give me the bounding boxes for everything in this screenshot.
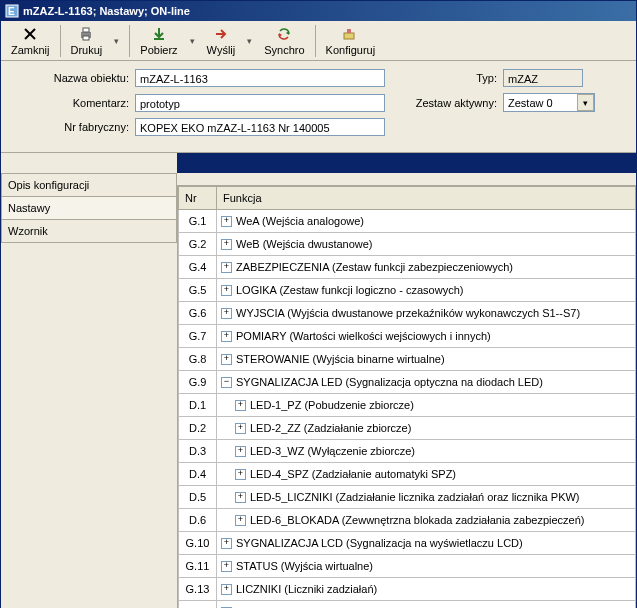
row-nr: D.5 <box>179 486 217 509</box>
table-row[interactable]: G.10+SYGNALIZACJA LCD (Sygnalizacja na w… <box>179 532 636 555</box>
send-button[interactable]: Wyślij <box>201 23 242 58</box>
expand-icon[interactable]: + <box>221 354 232 365</box>
sync-button[interactable]: Synchro <box>258 23 310 58</box>
table-row[interactable]: G.8+STEROWANIE (Wyjścia binarne wirtualn… <box>179 348 636 371</box>
svg-rect-11 <box>347 29 351 33</box>
download-icon <box>151 25 167 43</box>
expand-icon[interactable]: + <box>221 285 232 296</box>
row-fn: +LED-5_LICZNIKI (Zadziałanie licznika za… <box>217 486 636 509</box>
expand-icon[interactable]: + <box>221 239 232 250</box>
send-icon <box>213 25 229 43</box>
table-row[interactable]: D.4+LED-4_SPZ (Zadziałanie automatyki SP… <box>179 463 636 486</box>
col-header-fn[interactable]: Funkcja <box>217 187 636 210</box>
expand-icon[interactable]: + <box>235 400 246 411</box>
tab-settings[interactable]: Nastawy <box>1 197 177 220</box>
row-label: SYGNALIZACJA LED (Sygnalizacja optyczna … <box>236 376 543 388</box>
row-fn: +LOGIKA (Zestaw funkcji logiczno - czaso… <box>217 279 636 302</box>
tab-template[interactable]: Wzornik <box>1 220 177 243</box>
expand-icon[interactable]: + <box>235 492 246 503</box>
serial-field[interactable]: KOPEX EKO mZAZ-L-1163 Nr 140005 <box>135 118 385 136</box>
tab-config-desc[interactable]: Opis konfiguracji <box>1 173 177 197</box>
print-button[interactable]: Drukuj <box>65 23 109 58</box>
table-row[interactable]: G.1+WeA (Wejścia analogowe) <box>179 210 636 233</box>
row-nr: D.3 <box>179 440 217 463</box>
active-set-select[interactable]: Zestaw 0 ▾ <box>503 93 595 112</box>
table-row[interactable]: D.6+LED-6_BLOKADA (Zewwnętrzna blokada z… <box>179 509 636 532</box>
expand-icon[interactable]: + <box>221 262 232 273</box>
toolbar-separator <box>60 25 61 57</box>
table-row[interactable]: G.7+POMIARY (Wartości wielkości wejściow… <box>179 325 636 348</box>
sync-icon <box>276 25 292 43</box>
row-fn: +LED-1_PZ (Pobudzenie zbiorcze) <box>217 394 636 417</box>
active-set-label: Zestaw aktywny: <box>385 97 503 109</box>
table-row[interactable]: D.3+LED-3_WZ (Wyłączenie zbiorcze) <box>179 440 636 463</box>
row-nr: G.13 <box>179 578 217 601</box>
row-label: LED-3_WZ (Wyłączenie zbiorcze) <box>250 445 415 457</box>
close-button[interactable]: Zamknij <box>5 23 56 58</box>
table-row[interactable]: D.5+LED-5_LICZNIKI (Zadziałanie licznika… <box>179 486 636 509</box>
row-fn: +WeB (Wejścia dwustanowe) <box>217 233 636 256</box>
config-button[interactable]: Konfiguruj <box>320 23 382 58</box>
expand-icon[interactable]: + <box>221 331 232 342</box>
send-dropdown-icon[interactable]: ▾ <box>241 36 258 46</box>
row-fn: +LED-3_WZ (Wyłączenie zbiorcze) <box>217 440 636 463</box>
expand-icon[interactable]: + <box>235 446 246 457</box>
table-row[interactable]: G.15+PKW (Prąd kumulowany wyłącznika) <box>179 601 636 609</box>
expand-icon[interactable]: + <box>235 469 246 480</box>
toolbar-separator <box>129 25 130 57</box>
gear-icon <box>342 25 358 43</box>
expand-icon[interactable]: + <box>221 216 232 227</box>
row-nr: G.11 <box>179 555 217 578</box>
row-nr: G.9 <box>179 371 217 394</box>
table-row[interactable]: G.13+LICZNIKI (Liczniki zadziałań) <box>179 578 636 601</box>
form-area: Nazwa obiektu: mZAZ-L-1163 Typ: mZAZ Kom… <box>1 61 636 153</box>
row-label: LED-1_PZ (Pobudzenie zbiorcze) <box>250 399 414 411</box>
comment-field[interactable]: prototyp <box>135 94 385 112</box>
row-label: LICZNIKI (Liczniki zadziałań) <box>236 583 377 595</box>
close-icon <box>22 25 38 43</box>
table-row[interactable]: G.11+STATUS (Wyjścia wirtualne) <box>179 555 636 578</box>
row-nr: D.1 <box>179 394 217 417</box>
table-row[interactable]: G.5+LOGIKA (Zestaw funkcji logiczno - cz… <box>179 279 636 302</box>
svg-rect-6 <box>83 36 89 40</box>
expand-icon[interactable]: + <box>221 308 232 319</box>
download-button[interactable]: Pobierz <box>134 23 183 58</box>
expand-icon[interactable]: + <box>221 584 232 595</box>
table-row[interactable]: G.4+ZABEZPIECZENIA (Zestaw funkcji zabez… <box>179 256 636 279</box>
row-fn: +LED-6_BLOKADA (Zewwnętrzna blokada zadz… <box>217 509 636 532</box>
row-label: LED-4_SPZ (Zadziałanie automatyki SPZ) <box>250 468 456 480</box>
table-row[interactable]: G.2+WeB (Wejścia dwustanowe) <box>179 233 636 256</box>
row-label: WeB (Wejścia dwustanowe) <box>236 238 373 250</box>
object-name-field[interactable]: mZAZ-L-1163 <box>135 69 385 87</box>
expand-icon[interactable]: + <box>235 423 246 434</box>
row-nr: G.7 <box>179 325 217 348</box>
row-fn: +STATUS (Wyjścia wirtualne) <box>217 555 636 578</box>
row-nr: G.6 <box>179 302 217 325</box>
window-titlebar: E mZAZ-L-1163; Nastawy; ON-line <box>1 1 636 21</box>
send-label: Wyślij <box>207 43 236 56</box>
row-nr: D.4 <box>179 463 217 486</box>
table-row[interactable]: D.2+LED-2_ZZ (Zadziałanie zbiorcze) <box>179 417 636 440</box>
row-label: LED-5_LICZNIKI (Zadziałanie licznika zad… <box>250 491 580 503</box>
table-row[interactable]: G.6+WYJSCIA (Wyjścia dwustanowe przekaźn… <box>179 302 636 325</box>
row-fn: +LED-2_ZZ (Zadziałanie zbiorcze) <box>217 417 636 440</box>
print-dropdown-icon[interactable]: ▾ <box>108 36 125 46</box>
table-row[interactable]: D.1+LED-1_PZ (Pobudzenie zbiorcze) <box>179 394 636 417</box>
expand-icon[interactable]: + <box>235 515 246 526</box>
toolbar: Zamknij Drukuj ▾ Pobierz ▾ Wyślij ▾ Sync… <box>1 21 636 61</box>
row-fn: +ZABEZPIECZENIA (Zestaw funkcji zabezpie… <box>217 256 636 279</box>
serial-label: Nr fabryczny: <box>11 121 135 133</box>
table-row[interactable]: G.9−SYGNALIZACJA LED (Sygnalizacja optyc… <box>179 371 636 394</box>
expand-icon[interactable]: + <box>221 538 232 549</box>
row-label: LED-6_BLOKADA (Zewwnętrzna blokada zadzi… <box>250 514 584 526</box>
sync-label: Synchro <box>264 43 304 56</box>
download-dropdown-icon[interactable]: ▾ <box>184 36 201 46</box>
expand-icon[interactable]: + <box>221 561 232 572</box>
row-fn: +WYJSCIA (Wyjścia dwustanowe przekaźnikó… <box>217 302 636 325</box>
row-nr: G.10 <box>179 532 217 555</box>
row-label: WYJSCIA (Wyjścia dwustanowe przekaźników… <box>236 307 580 319</box>
row-fn: +POMIARY (Wartości wielkości wejściowych… <box>217 325 636 348</box>
chevron-down-icon: ▾ <box>577 94 594 111</box>
collapse-icon[interactable]: − <box>221 377 232 388</box>
col-header-nr[interactable]: Nr <box>179 187 217 210</box>
